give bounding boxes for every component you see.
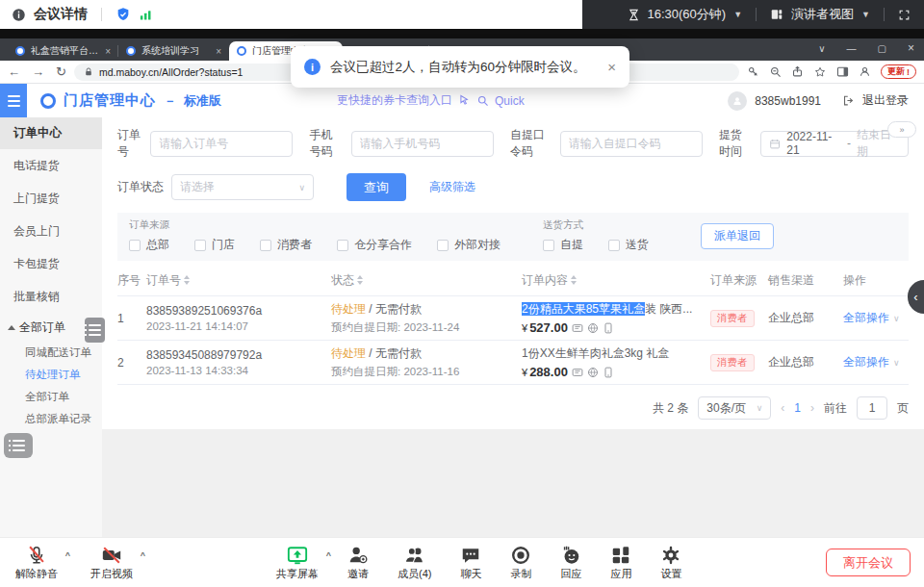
user-avatar[interactable]	[728, 91, 747, 111]
fullscreen-icon[interactable]	[898, 9, 911, 21]
side-panel-icon[interactable]	[836, 65, 849, 78]
sidebar-drag-handle[interactable]	[85, 318, 105, 343]
network-signal-icon[interactable]	[139, 8, 153, 22]
video-options-caret[interactable]: ^	[141, 550, 145, 560]
content-selected-text[interactable]: 2份精品大果85苹果礼盒	[522, 302, 645, 316]
phone-input[interactable]	[351, 131, 494, 157]
checkbox-icon[interactable]	[129, 240, 141, 251]
reactions-button[interactable]: 回应	[560, 545, 581, 581]
apps-button[interactable]: 应用	[610, 545, 631, 581]
order-status-select[interactable]: 请选择 ∨	[171, 174, 314, 200]
globe-icon[interactable]	[587, 367, 599, 378]
sidebar-item-card-pickup[interactable]: 卡包提货	[0, 247, 102, 280]
checkbox-self-pickup[interactable]: 自提	[543, 237, 583, 253]
checkbox-consumer[interactable]: 消费者	[260, 237, 312, 253]
checkbox-store[interactable]: 门店	[194, 237, 235, 253]
coupon-icon[interactable]	[572, 322, 583, 334]
next-page-icon[interactable]: ›	[810, 401, 814, 415]
toast-close-icon[interactable]: ×	[607, 59, 616, 75]
tab-close-icon[interactable]: ×	[105, 46, 111, 57]
order-no-input[interactable]	[150, 131, 293, 157]
sidebar-item-member-visit[interactable]: 会员上门	[0, 215, 102, 247]
filter-collapse-button[interactable]: »	[887, 121, 916, 138]
chrome-update-button[interactable]: 更新!	[881, 64, 916, 79]
dispatch-return-button[interactable]: 派单退回	[701, 223, 774, 249]
order-id[interactable]: 83859345088979792a	[146, 348, 331, 362]
share-screen-button[interactable]: 共享屏幕 ^	[276, 545, 319, 581]
sidebar-child-pending-orders[interactable]: 待处理订单	[0, 364, 102, 386]
menu-hamburger-icon[interactable]	[0, 84, 27, 117]
row-actions-dropdown[interactable]: 全部操作∨	[843, 354, 909, 370]
checkbox-icon[interactable]	[260, 240, 271, 251]
current-page[interactable]: 1	[794, 401, 801, 415]
search-button[interactable]: 查询	[346, 173, 406, 201]
info-icon[interactable]	[12, 8, 26, 22]
share-icon[interactable]	[791, 65, 804, 78]
page-size-select[interactable]: 30条/页 ∨	[698, 396, 771, 420]
tab-close-icon[interactable]: ×	[216, 46, 221, 57]
unmute-button[interactable]: 解除静音 ^	[15, 545, 58, 581]
sidebar-item-phone-pickup[interactable]: 电话提货	[0, 149, 102, 182]
share-options-caret[interactable]: ^	[326, 550, 331, 560]
coupon-icon[interactable]	[572, 367, 583, 378]
col-content[interactable]: 订单内容	[522, 272, 710, 289]
mic-options-caret[interactable]: ^	[65, 550, 70, 560]
profile-icon[interactable]	[859, 65, 871, 78]
sidebar-item-door-pickup[interactable]: 上门提货	[0, 182, 102, 215]
record-button[interactable]: 录制	[510, 545, 531, 581]
mobile-icon[interactable]	[603, 322, 614, 334]
timer-chevron-down-icon[interactable]: ▼	[733, 10, 742, 19]
view-chevron-down-icon[interactable]: ▼	[861, 10, 870, 19]
meeting-details-label[interactable]: 会议详情	[34, 6, 88, 23]
checkbox-delivery[interactable]: 送货	[608, 237, 649, 253]
view-mode-label[interactable]: 演讲者视图	[791, 6, 854, 23]
members-button[interactable]: 成员(4)	[398, 545, 431, 581]
checkbox-icon[interactable]	[437, 240, 449, 251]
checkbox-icon[interactable]	[337, 240, 348, 251]
browser-tab-2[interactable]: 系统培训学习 ×	[118, 41, 229, 61]
checkbox-external[interactable]: 外部对接	[437, 237, 500, 253]
checkbox-warehouse-share[interactable]: 仓分享合作	[337, 237, 412, 253]
floating-list-button[interactable]	[4, 433, 33, 458]
globe-icon[interactable]	[587, 322, 599, 334]
checkbox-icon[interactable]	[194, 240, 206, 251]
password-key-icon[interactable]	[747, 65, 759, 78]
checkbox-hq[interactable]: 总部	[129, 237, 169, 253]
logout-icon[interactable]	[842, 94, 855, 107]
invite-button[interactable]: 邀请	[347, 545, 369, 581]
window-restore-icon[interactable]: ▢	[878, 43, 886, 54]
goto-page-input[interactable]	[857, 396, 887, 420]
sort-icon[interactable]	[571, 275, 577, 285]
sort-icon[interactable]	[184, 275, 190, 285]
zoom-icon[interactable]	[769, 65, 782, 78]
forward-icon[interactable]: →	[32, 64, 44, 79]
sidebar-item-batch-verify[interactable]: 批量核销	[0, 280, 102, 313]
date-range-picker[interactable]: 2022-11-21 - 结束日期	[760, 131, 909, 157]
window-minimize-icon[interactable]: —	[847, 43, 857, 54]
col-order-no[interactable]: 订单号	[146, 272, 331, 289]
back-icon[interactable]: ←	[8, 64, 20, 79]
prev-page-icon[interactable]: ‹	[781, 401, 784, 415]
tab-search-chevron-icon[interactable]: ∨	[818, 43, 825, 54]
leave-meeting-button[interactable]: 离开会议	[826, 549, 911, 576]
checkbox-icon[interactable]	[543, 240, 554, 251]
bookmark-star-icon[interactable]	[813, 65, 827, 79]
chat-button[interactable]: 聊天	[460, 545, 481, 581]
checkbox-icon[interactable]	[608, 240, 620, 251]
advanced-filter-link[interactable]: 高级筛选	[429, 179, 475, 195]
row-actions-dropdown[interactable]: 全部操作∨	[843, 310, 909, 326]
sidebar-child-hq-dispatch-log[interactable]: 总部派单记录	[0, 408, 102, 430]
promo-link[interactable]: 更快捷的券卡查询入口 Quick	[337, 92, 525, 109]
settings-button[interactable]: 设置	[660, 545, 681, 581]
reload-icon[interactable]: ↻	[56, 64, 66, 79]
sidebar-child-city-delivery[interactable]: 同城配送订单	[0, 342, 102, 364]
security-shield-icon[interactable]	[116, 7, 131, 22]
order-id[interactable]: 83859389251069376a	[146, 304, 331, 318]
pickup-code-input[interactable]	[560, 131, 703, 157]
start-video-button[interactable]: 开启视频 ^	[90, 545, 133, 581]
sort-icon[interactable]	[357, 275, 363, 285]
logout-label[interactable]: 退出登录	[862, 92, 909, 109]
sidebar-child-all-orders[interactable]: 全部订单	[0, 386, 102, 408]
browser-tab-1[interactable]: 礼盒营销平台管理中心 ×	[8, 41, 118, 61]
col-status[interactable]: 状态	[331, 272, 522, 289]
